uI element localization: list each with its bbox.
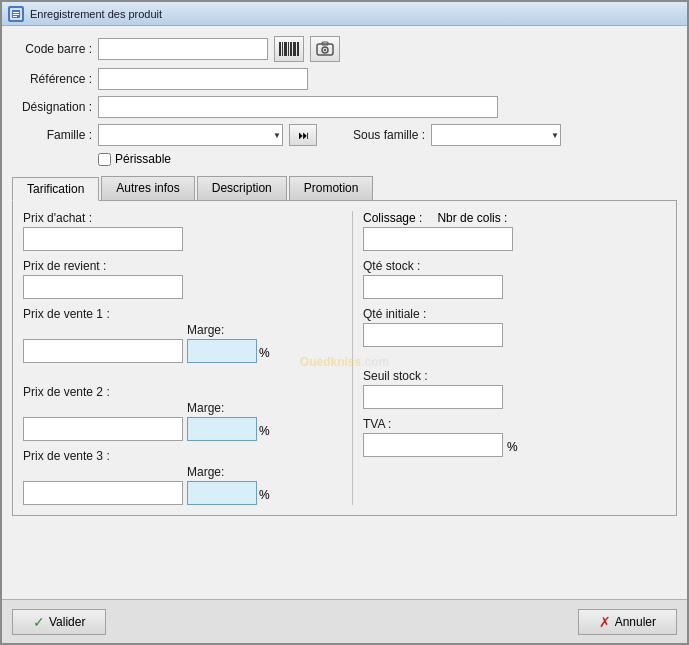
code-barre-input[interactable] [98,38,268,60]
prix-vente1-group: Prix de vente 1 : Marge: % [23,307,342,363]
svg-rect-10 [297,42,299,56]
tva-percent: % [507,440,518,457]
designation-row: Désignation : [12,96,677,118]
tabs-container: Tarification Autres infos Description Pr… [12,176,677,516]
svg-rect-7 [288,42,289,56]
marge1-label: Marge: [187,323,270,337]
qte-initiale-input[interactable] [363,323,503,347]
tva-input[interactable] [363,433,503,457]
marge3-input[interactable] [187,481,257,505]
tab-tarification[interactable]: Tarification [12,177,99,201]
barcode-scan-button[interactable] [274,36,304,62]
percent1: % [259,346,270,363]
svg-rect-6 [284,42,287,56]
qte-initiale-group: Qté initiale : [363,307,666,347]
seuil-stock-input[interactable] [363,385,503,409]
svg-rect-4 [279,42,281,56]
prix-vente2-group: Prix de vente 2 : Marge: % [23,385,342,441]
seuil-stock-group: Seuil stock : [363,369,666,409]
nbr-colis-label: Nbr de colis : [437,211,507,225]
qte-initiale-label: Qté initiale : [363,307,666,321]
tab-right-column: Colissage : Nbr de colis : Qté stock : [353,211,666,505]
prix-vente1-label: Prix de vente 1 : [23,307,342,321]
marge2-input[interactable] [187,417,257,441]
prix-vente1-input[interactable] [23,339,183,363]
camera-button[interactable] [310,36,340,62]
prix-achat-input[interactable] [23,227,183,251]
valider-icon: ✓ [33,614,45,630]
reference-row: Référence : [12,68,677,90]
marge1-group: Marge: % [187,323,270,363]
percent2: % [259,424,270,441]
tabs-content: Ouedkniss.com Prix d'achat : Prix de rev… [12,201,677,516]
prix-revient-input[interactable] [23,275,183,299]
main-window: Enregistrement des produit Code barre : [0,0,689,645]
prix-vente3-input[interactable] [23,481,183,505]
tab-description[interactable]: Description [197,176,287,200]
valider-label: Valider [49,615,85,629]
percent3: % [259,488,270,505]
svg-rect-8 [290,42,292,56]
marge3-group: Marge: % [187,465,270,505]
prix-achat-group: Prix d'achat : [23,211,342,251]
svg-rect-3 [13,16,17,17]
window-body: Code barre : [2,26,687,599]
prix-vente2-marge-row: Marge: % [23,401,342,441]
qte-stock-group: Qté stock : [363,259,666,299]
reference-label: Référence : [12,72,92,86]
tarification-pane: Prix d'achat : Prix de revient : Prix de… [23,211,666,505]
famille-row: Famille : ▼ ⏭ Sous famille : ▼ [12,124,677,146]
prix-vente2-label: Prix de vente 2 : [23,385,342,399]
svg-rect-1 [13,12,19,13]
famille-navigate-button[interactable]: ⏭ [289,124,317,146]
sous-famille-select[interactable] [431,124,561,146]
famille-label: Famille : [12,128,92,142]
footer: ✓ Valider ✗ Annuler [2,599,687,643]
sous-famille-select-wrapper: ▼ [431,124,561,146]
prix-vente2-input[interactable] [23,417,183,441]
tva-label: TVA : [363,417,666,431]
annuler-button[interactable]: ✗ Annuler [578,609,677,635]
famille-select-wrapper: ▼ [98,124,283,146]
colissage-header: Colissage : Nbr de colis : [363,211,666,225]
perissable-row: Périssable [12,152,677,166]
svg-rect-2 [13,14,19,15]
sous-famille-label: Sous famille : [353,128,425,142]
prix-vente3-group: Prix de vente 3 : Marge: % [23,449,342,505]
annuler-label: Annuler [615,615,656,629]
famille-select[interactable] [98,124,283,146]
svg-point-14 [324,49,326,51]
svg-rect-9 [293,42,296,56]
seuil-stock-label: Seuil stock : [363,369,666,383]
prix-revient-group: Prix de revient : [23,259,342,299]
designation-input[interactable] [98,96,498,118]
colissage-group: Colissage : Nbr de colis : [363,211,666,251]
code-barre-label: Code barre : [12,42,92,56]
marge1-input[interactable] [187,339,257,363]
tabs-header: Tarification Autres infos Description Pr… [12,176,677,201]
qte-stock-input[interactable] [363,275,503,299]
valider-button[interactable]: ✓ Valider [12,609,106,635]
prix-vente3-marge-row: Marge: % [23,465,342,505]
svg-rect-5 [282,42,283,56]
designation-label: Désignation : [12,100,92,114]
marge3-label: Marge: [187,465,270,479]
window-icon [8,6,24,22]
tva-group: TVA : % [363,417,666,457]
annuler-icon: ✗ [599,614,611,630]
marge2-label: Marge: [187,401,270,415]
qte-stock-label: Qté stock : [363,259,666,273]
title-bar: Enregistrement des produit [2,2,687,26]
reference-input[interactable] [98,68,308,90]
prix-revient-label: Prix de revient : [23,259,342,273]
tab-autres-infos[interactable]: Autres infos [101,176,194,200]
tab-left-column: Prix d'achat : Prix de revient : Prix de… [23,211,353,505]
perissable-label: Périssable [115,152,171,166]
prix-vente3-label: Prix de vente 3 : [23,449,342,463]
colissage-input[interactable] [363,227,513,251]
prix-achat-label: Prix d'achat : [23,211,342,225]
tva-row: % [363,433,666,457]
window-title: Enregistrement des produit [30,8,162,20]
tab-promotion[interactable]: Promotion [289,176,374,200]
perissable-checkbox[interactable] [98,153,111,166]
